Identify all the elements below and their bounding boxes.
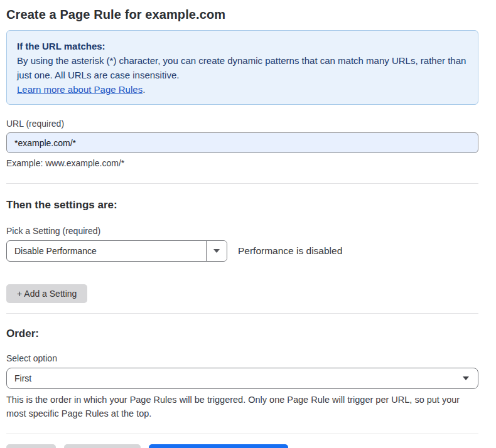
setting-dropdown[interactable]: Disable Performance: [6, 240, 227, 262]
pick-setting-label: Pick a Setting (required): [6, 225, 478, 237]
page-rule-form: Create a Page Rule for example.com If th…: [6, 6, 478, 448]
setting-dropdown-arrow-button[interactable]: [206, 241, 227, 261]
url-input[interactable]: [6, 132, 478, 153]
caret-down-icon: [213, 249, 220, 253]
page-title: Create a Page Rule for example.com: [6, 6, 478, 23]
info-box-body: By using the asterisk (*) character, you…: [17, 53, 468, 82]
order-select-value: First: [14, 373, 31, 383]
divider: [6, 313, 478, 314]
form-actions: Cancel Save as Draft Save and Deploy Pag…: [6, 444, 478, 448]
order-section-heading: Order:: [6, 327, 478, 341]
link-suffix: .: [143, 84, 145, 95]
info-box-heading: If the URL matches:: [17, 39, 468, 53]
save-deploy-button[interactable]: Save and Deploy Page Rule: [149, 444, 288, 448]
info-box-link-line: Learn more about Page Rules.: [17, 82, 468, 97]
setting-status-text: Performance is disabled: [238, 245, 342, 257]
save-draft-button[interactable]: Save as Draft: [64, 444, 141, 448]
learn-more-link[interactable]: Learn more about Page Rules: [17, 84, 143, 95]
setting-row: Disable Performance Performance is disab…: [6, 240, 478, 262]
add-setting-button[interactable]: + Add a Setting: [6, 284, 87, 303]
order-select[interactable]: First: [6, 368, 478, 389]
divider: [6, 183, 478, 184]
url-match-info-box: If the URL matches: By using the asteris…: [6, 30, 478, 105]
order-help-text: This is the order in which your Page Rul…: [6, 393, 474, 420]
setting-dropdown-value: Disable Performance: [7, 241, 206, 261]
cancel-button[interactable]: Cancel: [6, 444, 56, 448]
divider: [6, 434, 478, 434]
order-select-label: Select option: [6, 353, 478, 364]
url-example-hint: Example: www.example.com/*: [6, 157, 478, 169]
settings-section-heading: Then the settings are:: [6, 198, 478, 212]
url-label: URL (required): [6, 118, 478, 129]
caret-down-icon: [463, 376, 469, 380]
